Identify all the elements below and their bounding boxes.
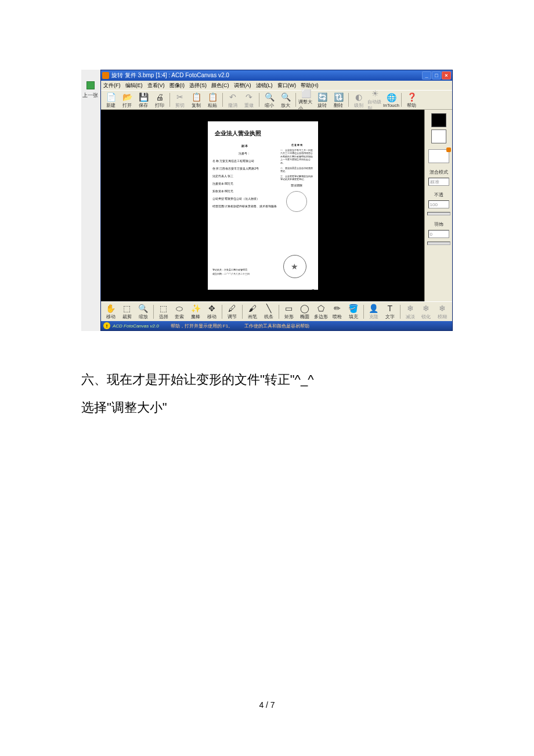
- doc-notice-1: 二、营业执照是企业合法经营的凭证。: [280, 167, 313, 173]
- tool-翻转[interactable]: 🔃翻转: [331, 92, 346, 109]
- tool-翻转-icon: 🔃: [333, 92, 344, 102]
- layer-thumbnail[interactable]: [428, 149, 449, 163]
- tool-打印-label: 打印: [155, 102, 164, 109]
- menu-filter[interactable]: 滤镜(L): [256, 82, 273, 89]
- doc-field-0: 名 称 万安支局信息工程有限公司: [212, 159, 277, 164]
- btool-文字[interactable]: T文字: [383, 303, 398, 320]
- tool-保存[interactable]: 💾保存: [136, 92, 151, 109]
- doc-title: 企业法人营业执照: [215, 129, 313, 138]
- seal-icon: [286, 191, 307, 212]
- btool-模糊-icon: ❄: [437, 303, 448, 314]
- info-icon: !: [103, 322, 110, 329]
- tool-InTouch-icon: 🌐: [386, 92, 396, 103]
- window-title: 旋转 复件 3.bmp [1:4] : ACD FotoCanvas v2.0: [111, 71, 422, 80]
- status-hint1: 帮助，打开并显示使用的 F1。: [171, 323, 233, 329]
- btool-裁剪[interactable]: ⬚裁剪: [120, 303, 135, 320]
- tool-separator: [259, 93, 259, 107]
- btool-选择-label: 选择: [159, 314, 168, 320]
- menu-image[interactable]: 图像(I): [169, 82, 185, 89]
- outer-app-strip: 上一张: [81, 70, 100, 331]
- tool-新建[interactable]: 📄新建: [103, 92, 118, 109]
- menu-window[interactable]: 窗口(W): [277, 82, 297, 89]
- feather-input[interactable]: 0: [428, 230, 449, 238]
- btool-separator: [400, 305, 400, 319]
- opacity-label: 不透: [434, 192, 443, 198]
- tool-帮助-label: 帮助: [407, 102, 416, 109]
- foreground-swatch[interactable]: [431, 113, 446, 127]
- menu-edit[interactable]: 编辑(E): [125, 82, 143, 89]
- menu-view[interactable]: 查看(V): [147, 82, 165, 89]
- blend-mode-label: 混合模式: [430, 169, 448, 175]
- tool-复制[interactable]: 📋复制: [189, 92, 204, 109]
- btool-锐化-icon: ❄: [421, 303, 431, 314]
- btool-套索-label: 套索: [175, 314, 184, 320]
- menu-color[interactable]: 颜色(C): [211, 82, 229, 89]
- opacity-input[interactable]: 100: [428, 200, 449, 208]
- btool-喷枪[interactable]: ✏喷枪: [330, 303, 345, 320]
- tool-打印[interactable]: 🖨打印: [152, 92, 167, 109]
- tool-帮助[interactable]: ❓帮助: [404, 92, 419, 109]
- btool-调节[interactable]: 🖊调节: [225, 303, 240, 320]
- btool-魔棒[interactable]: ✨魔棒: [188, 303, 203, 320]
- btool-移动[interactable]: ✥移动: [204, 303, 219, 320]
- tool-缩小[interactable]: 🔍缩小: [262, 92, 277, 109]
- tool-打开[interactable]: 📂打开: [120, 92, 135, 109]
- btool-线条[interactable]: ╲线条: [261, 303, 276, 320]
- btool-模糊: ❄模糊: [435, 303, 450, 320]
- btool-魔棒-icon: ✨: [190, 303, 201, 314]
- tool-粘贴[interactable]: 📋粘贴: [205, 92, 220, 109]
- btool-克隆-icon: 👤: [369, 303, 379, 314]
- instruction-text: 六、现在才是开始让变形的文件"转正"^_^ 选择"调整大小": [81, 366, 453, 422]
- tool-重做-label: 重做: [244, 102, 254, 109]
- tool-separator: [222, 93, 223, 107]
- btool-移动-label: 移动: [106, 314, 116, 320]
- tool-新建-label: 新建: [106, 102, 116, 109]
- btool-多边形[interactable]: ⬠多边形: [313, 303, 329, 320]
- tool-旋转[interactable]: 🔄旋转: [315, 92, 330, 109]
- menu-adjust[interactable]: 调整(A): [234, 82, 251, 89]
- tool-自动级别-icon: ☀: [370, 88, 380, 99]
- tool-粘贴-label: 粘贴: [208, 102, 217, 109]
- document-image: 企业法人营业执照 副 本 注册号： 名 称 万安支局信息工程有限公司住 所 江西…: [208, 121, 318, 290]
- btool-调节-label: 调节: [228, 314, 237, 320]
- btool-椭圆-icon: ◯: [300, 303, 310, 314]
- blend-mode-select[interactable]: 标准: [428, 178, 449, 186]
- maximize-button[interactable]: □: [432, 71, 441, 80]
- doc-field-1: 住 所 江西省吉安市万安县人民路2号: [212, 166, 277, 171]
- bottom-toolbar: ✋移动⬚裁剪🔍缩放⬚选择⬭套索✨魔棒✥移动🖊调节🖌画笔╲线条▭矩形◯椭圆⬠多边形…: [101, 301, 452, 321]
- btool-选择-icon: ⬚: [158, 303, 169, 314]
- tool-InTouch[interactable]: 🌐InTouch: [384, 92, 399, 108]
- canvas-area: 企业法人营业执照 副 本 注册号： 名 称 万安支局信息工程有限公司住 所 江西…: [101, 110, 452, 301]
- opacity-slider[interactable]: [427, 212, 450, 215]
- btool-缩放[interactable]: 🔍缩放: [136, 303, 151, 320]
- tool-新建-icon: 📄: [106, 92, 116, 102]
- tool-复制-icon: 📋: [191, 92, 201, 102]
- menu-file[interactable]: 文件(F): [103, 82, 121, 89]
- tool-调整大小[interactable]: ⬜调整大小: [298, 88, 313, 111]
- btool-多边形-label: 多边形: [314, 314, 328, 320]
- btool-填充[interactable]: 🪣填充: [346, 303, 361, 320]
- btool-椭圆[interactable]: ◯椭圆: [297, 303, 312, 320]
- tool-粘贴-icon: 📋: [207, 92, 218, 102]
- minimize-button[interactable]: _: [422, 71, 431, 80]
- menu-select[interactable]: 选择(S): [189, 82, 207, 89]
- btool-移动[interactable]: ✋移动: [103, 303, 118, 320]
- btool-选择[interactable]: ⬚选择: [156, 303, 171, 320]
- close-button[interactable]: ×: [442, 71, 451, 80]
- tool-剪切: ✂剪切: [172, 92, 187, 109]
- tool-放大[interactable]: 🔍放大: [278, 92, 293, 109]
- btool-克隆-label: 克隆: [369, 314, 378, 320]
- btool-画笔[interactable]: 🖌画笔: [245, 303, 260, 320]
- tool-重做-icon: ↷: [244, 92, 254, 102]
- tool-separator: [401, 93, 402, 107]
- menubar: 文件(F) 编辑(E) 查看(V) 图像(I) 选择(S) 颜色(C) 调整(A…: [101, 81, 452, 90]
- tool-放大-icon: 🔍: [280, 92, 291, 102]
- feather-slider[interactable]: [427, 242, 450, 245]
- btool-套索[interactable]: ⬭套索: [172, 303, 187, 320]
- canvas-main[interactable]: 企业法人营业执照 副 本 注册号： 名 称 万安支局信息工程有限公司住 所 江西…: [101, 110, 424, 301]
- btool-矩形[interactable]: ▭矩形: [282, 303, 297, 320]
- doc-seal-label: 营业期限: [280, 183, 313, 188]
- doc-field-3: 注册资本 80万元: [212, 181, 277, 186]
- background-swatch[interactable]: [431, 129, 446, 143]
- btool-减淡-label: 减淡: [406, 314, 415, 320]
